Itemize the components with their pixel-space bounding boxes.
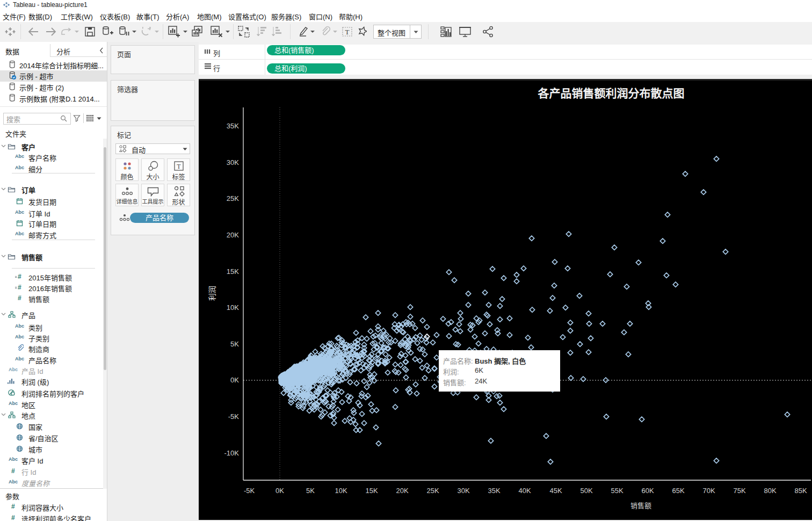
svg-text:-10K: -10K: [224, 449, 240, 457]
svg-text:40K: 40K: [518, 487, 531, 495]
svg-text:#: #: [18, 284, 21, 291]
svg-text:-5K: -5K: [228, 413, 240, 421]
svg-text:85K: 85K: [794, 487, 807, 495]
svg-text:#: #: [11, 503, 15, 510]
svg-text:25K: 25K: [227, 194, 239, 202]
svg-text:30K: 30K: [227, 158, 239, 167]
svg-text:=: =: [15, 285, 17, 290]
svg-text:10K: 10K: [227, 303, 239, 312]
svg-text:0K: 0K: [276, 487, 284, 495]
svg-text:35K: 35K: [488, 487, 500, 495]
svg-text:利润: 利润: [208, 286, 216, 301]
svg-text:#: #: [11, 514, 15, 521]
svg-text:55K: 55K: [611, 487, 623, 495]
svg-text:T: T: [177, 163, 181, 170]
svg-text:销售额: 销售额: [630, 502, 651, 510]
svg-text:T: T: [345, 28, 350, 36]
svg-text:65K: 65K: [672, 487, 684, 495]
svg-text:10K: 10K: [335, 487, 347, 495]
svg-text:5K: 5K: [230, 340, 239, 348]
svg-text:-5K: -5K: [244, 487, 255, 495]
svg-text:70K: 70K: [702, 487, 715, 495]
svg-text:75K: 75K: [733, 487, 745, 495]
svg-text:各产品销售额利润分布散点图: 各产品销售额利润分布散点图: [538, 87, 685, 100]
svg-text:25K: 25K: [426, 487, 439, 495]
svg-text:5K: 5K: [306, 487, 315, 495]
svg-text:15K: 15K: [365, 487, 378, 495]
svg-text:#: #: [11, 467, 15, 474]
svg-text:30K: 30K: [457, 487, 469, 495]
svg-text:=: =: [15, 274, 17, 279]
svg-text:60K: 60K: [641, 487, 654, 495]
svg-text:45K: 45K: [549, 487, 562, 495]
svg-text:15K: 15K: [227, 267, 239, 276]
svg-text:#: #: [18, 294, 21, 301]
svg-text:20K: 20K: [396, 487, 408, 495]
svg-text:35K: 35K: [227, 122, 239, 130]
svg-text:50K: 50K: [580, 487, 592, 495]
svg-text:80K: 80K: [764, 487, 776, 495]
svg-text:#: #: [18, 273, 21, 280]
svg-text:0K: 0K: [230, 376, 239, 384]
svg-text:20K: 20K: [227, 231, 239, 239]
